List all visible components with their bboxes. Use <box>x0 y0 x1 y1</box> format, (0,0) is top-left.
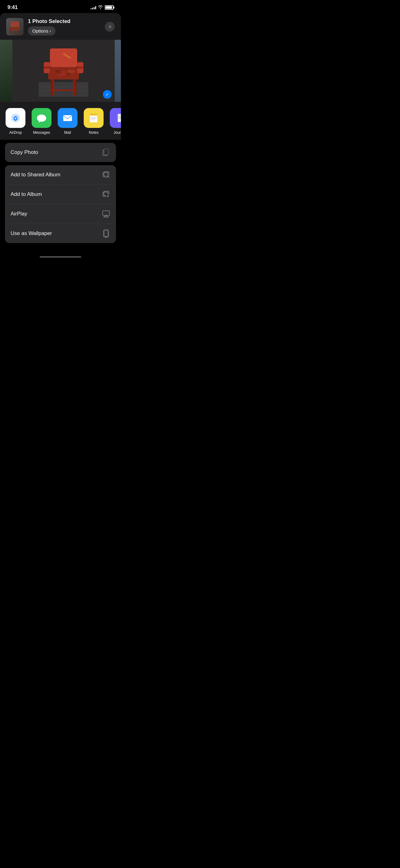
app-row: AirDrop Messages Mail <box>0 102 121 140</box>
wallpaper-icon <box>102 229 110 238</box>
mail-icon <box>58 108 77 128</box>
svg-rect-20 <box>77 66 84 68</box>
add-album-action[interactable]: Add to Album <box>5 185 116 204</box>
svg-rect-63 <box>104 231 108 236</box>
status-time: 9:41 <box>7 4 18 10</box>
messages-icon <box>32 108 52 128</box>
svg-rect-19 <box>44 66 50 68</box>
mail-label: Mail <box>64 130 71 135</box>
app-item-mail[interactable]: Mail <box>57 108 78 135</box>
airplay-label: AirPlay <box>10 211 27 217</box>
notes-label: Notes <box>89 130 98 135</box>
share-header: 1 Photo Selected Options › ✕ <box>0 13 121 40</box>
copy-photo-label: Copy Photo <box>10 149 38 156</box>
svg-rect-11 <box>50 49 77 67</box>
battery-icon <box>105 5 113 10</box>
svg-rect-24 <box>74 80 76 96</box>
svg-rect-0 <box>10 22 19 27</box>
svg-rect-44 <box>116 114 118 122</box>
app-item-journal[interactable]: Journal <box>109 108 121 135</box>
airdrop-label: AirDrop <box>9 130 22 135</box>
add-shared-album-label: Add to Shared Album <box>10 172 61 178</box>
copy-photo-action[interactable]: Copy Photo <box>5 143 116 162</box>
app-item-airdrop[interactable]: AirDrop <box>5 108 26 135</box>
add-shared-album-action[interactable]: Add to Shared Album <box>5 165 116 185</box>
shared-album-icon <box>102 170 110 179</box>
airdrop-icon <box>6 108 26 128</box>
photo-strip: ✓ <box>0 40 121 102</box>
photo-main[interactable]: ✓ <box>12 40 115 102</box>
options-button[interactable]: Options › <box>28 26 56 35</box>
photo-selected-checkmark: ✓ <box>103 90 112 99</box>
signal-icon <box>91 6 96 9</box>
airplay-action[interactable]: AirPlay <box>5 204 116 224</box>
airplay-icon <box>102 210 110 218</box>
status-bar: 9:41 <box>0 0 121 13</box>
share-info: 1 Photo Selected Options › <box>28 18 100 35</box>
use-wallpaper-action[interactable]: Use as Wallpaper <box>5 224 116 243</box>
home-indicator <box>0 252 121 260</box>
add-album-label: Add to Album <box>10 191 42 197</box>
journal-label: Journal <box>113 130 121 135</box>
status-icons <box>91 5 113 10</box>
svg-rect-38 <box>90 114 97 116</box>
home-bar <box>40 256 81 258</box>
svg-rect-1 <box>10 27 20 31</box>
svg-rect-64 <box>105 237 107 237</box>
copy-icon <box>102 148 110 157</box>
chair-photo <box>12 40 115 102</box>
notes-icon <box>84 108 104 128</box>
journal-icon <box>110 108 121 128</box>
photo-selected-title: 1 Photo Selected <box>28 18 100 25</box>
svg-rect-35 <box>63 115 72 121</box>
svg-rect-23 <box>51 80 53 96</box>
svg-point-32 <box>15 120 16 121</box>
messages-label: Messages <box>33 130 50 135</box>
svg-point-26 <box>56 70 61 74</box>
wifi-icon <box>98 5 103 10</box>
photo-left-peek <box>0 40 12 102</box>
svg-point-27 <box>66 73 71 76</box>
close-button[interactable]: ✕ <box>105 22 115 32</box>
svg-rect-25 <box>51 89 76 91</box>
app-item-notes[interactable]: Notes <box>83 108 104 135</box>
action-group-2: Add to Shared Album Add to Album AirPlay <box>5 165 116 243</box>
photo-right-peek <box>115 40 121 102</box>
app-item-messages[interactable]: Messages <box>31 108 52 135</box>
use-wallpaper-label: Use as Wallpaper <box>10 230 52 237</box>
selected-photo-thumbnail <box>6 18 24 35</box>
add-album-icon <box>102 190 110 199</box>
action-group-1: Copy Photo <box>5 143 116 162</box>
svg-rect-50 <box>104 149 108 155</box>
